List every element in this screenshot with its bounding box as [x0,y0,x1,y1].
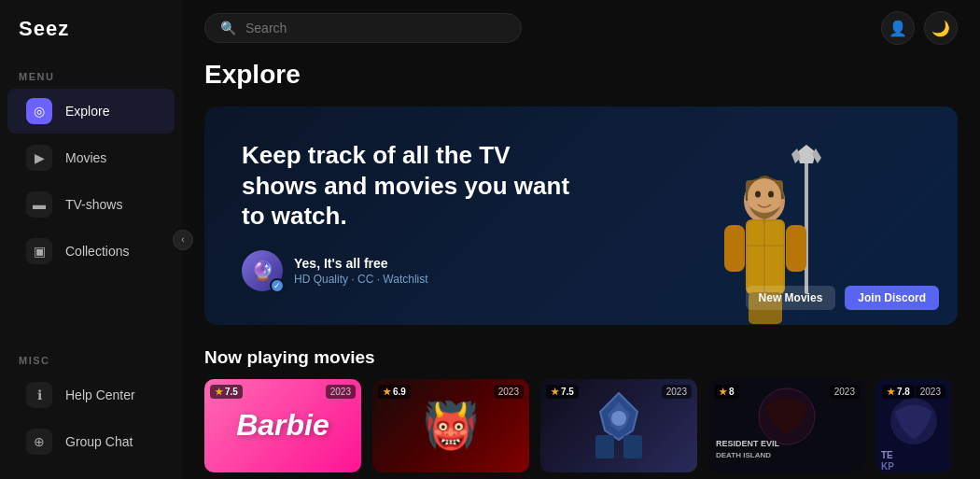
resident-year: 2023 [830,385,860,399]
hero-info: Yes, It's all free HD Quality · CC · Wat… [294,256,428,286]
star-icon-3: ★ [551,387,559,397]
svg-text:TE: TE [881,450,893,460]
topbar: 🔍 👤 🌙 [204,11,958,45]
movies-row: Barbie ★7.5 2023 👹 ★6.9 2023 ★7 [204,379,958,472]
hero-banner: Keep track of all the TV shows and movie… [204,106,958,325]
join-discord-button[interactable]: Join Discord [845,286,939,310]
movie-badge-demon: ★6.9 [378,385,411,399]
svg-rect-7 [724,225,745,272]
hero-content: Keep track of all the TV shows and movie… [242,140,581,291]
sidebar-item-label-group-chat: Group Chat [65,434,133,449]
collapse-sidebar-button[interactable]: ‹ [173,230,193,250]
movies-icon: ▶ [26,145,52,171]
sidebar-item-label-tvshows: TV-shows [65,197,122,212]
sidebar-item-explore[interactable]: ◎ Explore [7,89,175,134]
movie-card-resident-evil[interactable]: RESIDENT EVIL DEATH ISLAND ★8 2023 [708,379,865,472]
movie-badge-barbie: ★7.5 [210,385,243,399]
hero-bottom-buttons: New Movies Join Discord [746,286,939,310]
transformers-rating: ★7.5 [546,385,579,399]
star-icon-2: ★ [383,387,391,397]
svg-text:KP: KP [881,461,894,472]
star-icon-5: ★ [887,387,895,397]
main-content: 🔍 👤 🌙 Explore Keep track of all the TV s… [182,0,980,479]
group-chat-icon: ⊕ [26,429,52,455]
movie-badge-transformers: ★7.5 [546,385,579,399]
movie-card-fifth[interactable]: TE KP ★7.8 2023 [876,379,951,472]
svg-rect-8 [786,225,806,272]
transformers-icon [581,388,656,463]
profile-icon: 👤 [889,20,907,37]
sidebar-item-label-help: Help Center [65,387,135,402]
fifth-year: 2023 [916,385,945,399]
tvshows-icon: ▬ [26,191,52,218]
svg-point-15 [755,190,761,197]
hero-avatar: 🔮 ✓ [242,250,283,291]
now-playing-title: Now playing movies [204,347,958,368]
sidebar-item-label-collections: Collections [65,244,129,259]
app-logo: Seez [0,17,182,62]
search-icon: 🔍 [220,21,236,35]
sidebar-item-tvshows[interactable]: ▬ TV-shows [7,182,175,227]
topbar-right: 👤 🌙 [881,11,958,45]
demon-figure-icon: 👹 [423,400,479,452]
svg-point-19 [611,411,626,426]
explore-icon: ◎ [26,98,52,124]
fifth-rating: ★7.8 [882,385,915,399]
help-icon: ℹ [26,382,52,408]
movie-badge-resident: ★8 [714,385,739,399]
sidebar-item-group-chat[interactable]: ⊕ Group Chat [7,419,175,464]
svg-text:RESIDENT EVIL: RESIDENT EVIL [716,439,780,448]
collections-icon: ▣ [26,238,52,264]
hero-sub-label: HD Quality · CC · Watchlist [294,273,428,286]
sidebar-item-collections[interactable]: ▣ Collections [7,229,175,274]
search-input[interactable] [245,21,506,35]
movie-badge-fifth: ★7.8 [882,385,915,399]
new-movies-button[interactable]: New Movies [746,286,836,310]
movie-card-barbie[interactable]: Barbie ★7.5 2023 [204,379,361,472]
demon-year: 2023 [494,385,524,399]
profile-button[interactable]: 👤 [881,11,915,45]
hero-badges: 🔮 ✓ Yes, It's all free HD Quality · CC ·… [242,250,581,291]
star-icon: ★ [215,387,223,397]
theme-icon: 🌙 [931,20,950,37]
svg-rect-21 [623,435,642,458]
hero-free-label: Yes, It's all free [294,256,428,271]
theme-toggle-button[interactable]: 🌙 [924,11,958,45]
menu-section-label: MENU [0,62,182,88]
misc-section-label: MISC [0,345,182,372]
sidebar-item-help-center[interactable]: ℹ Help Center [7,373,175,417]
svg-text:DEATH ISLAND: DEATH ISLAND [716,451,771,459]
verified-check-icon: ✓ [270,278,285,293]
star-icon-4: ★ [719,387,727,397]
svg-point-16 [768,190,774,197]
hero-title: Keep track of all the TV shows and movie… [242,140,581,232]
avatar-icon: 🔮 [251,260,274,282]
barbie-title-text: Barbie [236,408,329,443]
demon-rating: ★6.9 [378,385,411,399]
barbie-rating: ★7.5 [210,385,243,399]
sidebar-item-label-movies: Movies [65,150,106,165]
movie-card-demon[interactable]: 👹 ★6.9 2023 [372,379,529,472]
sidebar: Seez MENU ◎ Explore ▶ Movies ▬ TV-shows … [0,0,182,479]
barbie-year: 2023 [326,385,356,399]
svg-rect-20 [595,435,614,458]
sidebar-item-label-explore: Explore [65,104,109,119]
search-bar[interactable]: 🔍 [204,13,522,43]
resident-rating: ★8 [714,385,739,399]
transformers-year: 2023 [662,385,692,399]
sidebar-item-movies[interactable]: ▶ Movies [7,135,175,180]
page-title: Explore [204,60,958,90]
movie-card-transformers[interactable]: ★7.5 2023 [540,379,697,472]
